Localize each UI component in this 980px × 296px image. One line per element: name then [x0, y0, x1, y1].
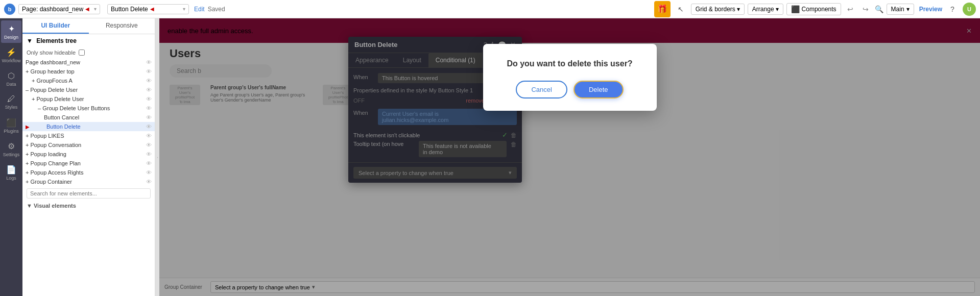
eye-icon-3[interactable]: 👁 [146, 78, 152, 84]
eye-icon-5[interactable]: 👁 [146, 96, 152, 102]
nav-settings[interactable]: ⚙ Settings [1, 138, 21, 160]
page-item-label: Page dashboard_new [26, 59, 80, 65]
filter-label: Only show hideable [27, 50, 76, 56]
user-avatar[interactable]: U [963, 3, 976, 16]
popup-delete-label2: + Popup Delete User [32, 96, 84, 102]
settings-icon: ⚙ [8, 141, 15, 151]
nav-workflow[interactable]: ⚡ Workflow [1, 44, 21, 66]
workflow-icon: ⚡ [6, 47, 16, 57]
group-container-label: + Group Container [26, 179, 72, 185]
arrange-label: Arrange [752, 6, 774, 13]
popup-change-plan-label: + Popup Change Plan [26, 160, 81, 166]
group-delete-label: – Group Delete User Buttons [38, 105, 110, 111]
nav-plugins[interactable]: ⬛ Plugins [1, 114, 21, 137]
tree-item-groupfocus[interactable]: + GroupFocus A 👁 [22, 76, 155, 85]
tree-item-group-container[interactable]: + Group Container 👁 [22, 177, 155, 186]
styles-icon: 🖊 [7, 94, 15, 104]
search-icon[interactable]: 🔍 [875, 5, 883, 13]
search-new-elements [22, 186, 155, 201]
eye-icon-9[interactable]: 👁 [146, 133, 152, 139]
arrange-dropdown[interactable]: Arrange ▾ [748, 4, 783, 15]
button-dropdown-icon: ▾ [183, 6, 185, 12]
eye-icon-6[interactable]: 👁 [146, 105, 152, 111]
undo-icon[interactable]: ↩ [844, 3, 856, 15]
sidebar-tabs: UI Builder Responsive [22, 18, 155, 34]
modal-backdrop: Do you want to delete this user? Cancel … [159, 18, 980, 296]
components-button[interactable]: ⬛ Components [786, 3, 841, 15]
tree-item-popup-convo[interactable]: + Popup Conversation 👁 [22, 140, 155, 150]
button-cancel-label: Button Cancel [44, 114, 79, 120]
selected-arrow-icon: ▶ [26, 124, 30, 130]
eye-icon-10[interactable]: 👁 [146, 142, 152, 148]
grid-borders-dropdown[interactable]: Grid & borders ▾ [691, 4, 745, 15]
gift-icon[interactable]: 🎁 [654, 1, 671, 17]
tree-item-button-cancel[interactable]: Button Cancel 👁 [22, 113, 155, 122]
page-arrow-icon: ◀ [85, 6, 89, 12]
cursor-icon[interactable]: ↖ [674, 2, 688, 16]
tree-item-popup-access[interactable]: + Popup Access Rights 👁 [22, 168, 155, 177]
modal-cancel-button[interactable]: Cancel [516, 81, 567, 98]
tree-item-popup-loading[interactable]: + Popup loading 👁 [22, 150, 155, 159]
nav-data[interactable]: ⬡ Data [1, 67, 21, 90]
eye-icon[interactable]: 👁 [146, 59, 152, 65]
redo-icon[interactable]: ↪ [859, 3, 872, 15]
tree-collapse-icon[interactable]: ▼ [27, 37, 33, 44]
eye-icon-4[interactable]: 👁 [146, 87, 152, 93]
grid-borders-label: Grid & borders [696, 6, 735, 13]
edit-label[interactable]: Edit [194, 6, 205, 13]
nav-styles[interactable]: 🖊 Styles [1, 91, 21, 113]
tree-item-popup-change-plan[interactable]: + Popup Change Plan 👁 [22, 159, 155, 168]
page-selector[interactable]: Page: dashboard_new ◀ ▾ [18, 4, 100, 14]
search-elements-input[interactable] [27, 188, 151, 199]
main-layout: ✦ Design ⚡ Workflow ⬡ Data 🖊 Styles ⬛ Pl… [0, 18, 980, 296]
modal-title: Do you want to delete this user? [495, 59, 644, 68]
eye-icon-12[interactable]: 👁 [146, 160, 152, 166]
components-label: Components [802, 6, 836, 13]
page-selector-label: Page: dashboard_new [22, 6, 83, 13]
main-selector[interactable]: Main ▾ [887, 4, 914, 15]
topbar: b Page: dashboard_new ◀ ▾ Button Delete … [0, 0, 980, 18]
icon-nav: ✦ Design ⚡ Workflow ⬡ Data 🖊 Styles ⬛ Pl… [0, 18, 22, 296]
cube-icon: ⬛ [791, 5, 800, 13]
tree-item-button-delete[interactable]: ▶ Button Delete 👁 [22, 122, 155, 131]
popup-delete-label: – Popup Delete User [26, 87, 78, 93]
resize-handle[interactable]: · · · [155, 18, 159, 296]
nav-design[interactable]: ✦ Design [1, 20, 21, 43]
page-dropdown-icon: ▾ [94, 6, 97, 12]
help-icon[interactable]: ? [945, 2, 960, 16]
button-selector[interactable]: Button Delete ◀ ▾ [107, 4, 189, 14]
tree-header-label: ▼ Elements tree [27, 37, 77, 44]
tree-filter-row: Only show hideable [22, 47, 155, 58]
groupfocus-label: + GroupFocus A [32, 78, 73, 84]
eye-icon-2[interactable]: 👁 [146, 68, 152, 75]
tab-responsive[interactable]: Responsive [89, 18, 155, 34]
tree-item-popup-likes[interactable]: + Popup LIKES 👁 [22, 131, 155, 140]
delete-modal: Do you want to delete this user? Cancel … [483, 44, 657, 111]
button-selector-label: Button Delete [111, 6, 148, 13]
preview-button[interactable]: Preview [919, 6, 942, 13]
modal-delete-button[interactable]: Delete [573, 81, 624, 98]
nav-logs[interactable]: 📄 Logs [1, 161, 21, 184]
eye-icon-8[interactable]: 👁 [146, 124, 152, 130]
modal-buttons: Cancel Delete [495, 81, 644, 98]
design-icon: ✦ [8, 24, 15, 34]
tree-item-page[interactable]: Page dashboard_new 👁 [22, 58, 155, 67]
data-icon: ⬡ [8, 71, 15, 81]
tree-item-group-header[interactable]: + Group header top 👁 [22, 67, 155, 76]
filter-checkbox[interactable] [79, 50, 85, 56]
elements-tree-panel: UI Builder Responsive ▼ Elements tree On… [22, 18, 155, 296]
visual-elements-toggle[interactable]: ▼ Visual elements [22, 201, 155, 211]
main-chevron-icon: ▾ [906, 6, 910, 13]
eye-icon-14[interactable]: 👁 [146, 179, 152, 185]
eye-icon-13[interactable]: 👁 [146, 169, 152, 176]
tree-item-group-delete-buttons[interactable]: – Group Delete User Buttons 👁 [22, 104, 155, 113]
tree-item-popup-delete-user[interactable]: – Popup Delete User 👁 [22, 85, 155, 94]
tab-ui-builder[interactable]: UI Builder [22, 18, 89, 34]
eye-icon-11[interactable]: 👁 [146, 151, 152, 157]
tree-panel: Page dashboard_new 👁 + Group header top … [22, 58, 155, 296]
eye-icon-7[interactable]: 👁 [146, 114, 152, 120]
popup-access-label: + Popup Access Rights [26, 169, 83, 176]
page-content: enable the full admin access. ✕ Users Se… [159, 18, 980, 296]
tree-item-popup-delete-user2[interactable]: + Popup Delete User 👁 [22, 94, 155, 104]
logo: b [4, 4, 15, 15]
